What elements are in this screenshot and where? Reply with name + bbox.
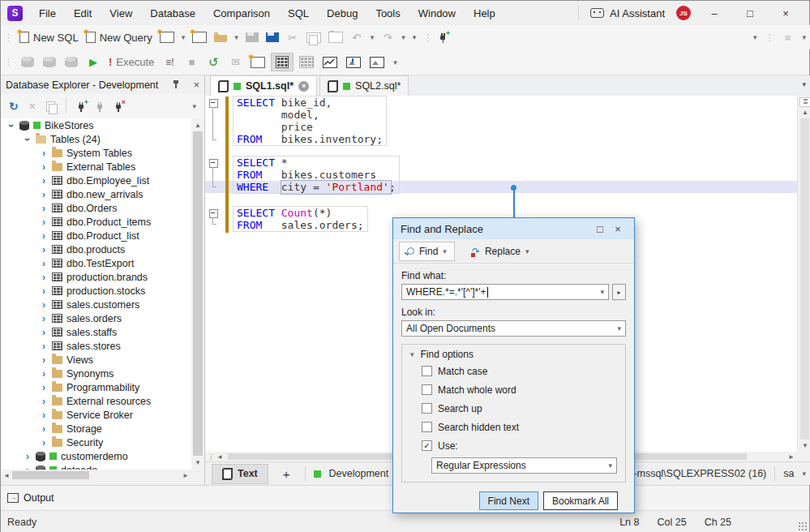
tree-vertical-scrollbar[interactable]: ▲ ▼ [191, 118, 204, 470]
tree-item-dbo-testexport[interactable]: ›dbo.TestExport [1, 256, 191, 270]
scroll-left-icon[interactable]: ◄ [216, 453, 223, 461]
menu-sql[interactable]: SQL [280, 3, 317, 24]
menu-edit[interactable]: Edit [66, 3, 100, 24]
chevron-right-icon[interactable]: › [40, 423, 48, 435]
chevron-right-icon[interactable]: › [40, 313, 48, 324]
checkbox-search-hidden-text[interactable] [422, 422, 432, 432]
find-next-button[interactable]: Find Next [479, 491, 538, 510]
script-database-icon[interactable] [43, 57, 56, 67]
chevron-right-icon[interactable]: › [40, 203, 48, 214]
look-in-select[interactable]: All Open Documents ▾ [401, 320, 626, 337]
format-sql-icon[interactable]: ≡ [781, 31, 794, 44]
user-name[interactable]: sa [783, 468, 794, 479]
new-document-dropdown[interactable]: ▾ [182, 33, 186, 41]
text-view-tab[interactable]: Text [212, 464, 268, 484]
duplicate-icon[interactable] [46, 101, 55, 112]
menu-view[interactable]: View [101, 3, 140, 24]
checkbox-match-case[interactable] [422, 366, 432, 376]
scroll-up-icon[interactable]: ▲ [802, 109, 808, 116]
tree-item-programmability[interactable]: ›Programmability [1, 380, 191, 394]
checkbox-search-up[interactable] [422, 403, 432, 414]
menu-file[interactable]: File [31, 3, 64, 24]
chevron-right-icon[interactable]: › [40, 244, 48, 255]
save-icon[interactable] [246, 32, 259, 42]
close-button[interactable]: × [774, 7, 798, 19]
chevron-right-icon[interactable]: › [40, 148, 48, 159]
tree-item-dbo-product-list[interactable]: ›dbo.Product_list [1, 229, 191, 242]
tree-item-external-resources[interactable]: ›External resources [1, 394, 191, 408]
toolbar-grip[interactable]: ⋮ [4, 32, 12, 43]
new-sql-button[interactable]: New SQL [19, 32, 79, 44]
explorer-toolbar-dropdown[interactable]: ▾ [192, 102, 204, 110]
option-search-hidden-text[interactable]: Search hidden text [402, 418, 625, 436]
open-file-dropdown[interactable]: ▾ [234, 33, 238, 41]
tree-item-production-stocks[interactable]: ›production.stocks [1, 284, 191, 298]
tree-item-production-brands[interactable]: ›production.brands [1, 270, 191, 284]
replace-tab-dropdown[interactable]: ▾ [525, 247, 529, 255]
chevron-right-icon[interactable]: › [40, 396, 48, 407]
chevron-right-icon[interactable]: › [40, 272, 48, 283]
menu-help[interactable]: Help [465, 3, 504, 24]
minimize-button[interactable]: – [702, 7, 726, 19]
refresh-image-icon[interactable] [370, 57, 384, 68]
chevron-right-icon[interactable]: › [40, 189, 48, 200]
refresh-icon[interactable]: ↻ [9, 100, 19, 113]
chevron-right-icon[interactable]: › [40, 217, 48, 228]
menu-tools[interactable]: Tools [367, 3, 408, 24]
chevron-right-icon[interactable]: › [40, 299, 48, 311]
tree-item-sales-stores[interactable]: ›sales.stores [1, 339, 191, 353]
new-document-icon[interactable] [160, 32, 174, 43]
chevron-right-icon[interactable]: › [24, 451, 32, 462]
tree-item-storage[interactable]: ›Storage [1, 422, 191, 435]
ai-assistant-button[interactable]: AI Assistant [590, 7, 665, 19]
extra-dropdown[interactable]: ▾ [413, 33, 417, 41]
chevron-right-icon[interactable]: › [40, 410, 48, 421]
chevron-right-icon[interactable]: › [40, 230, 48, 242]
undo-dropdown[interactable]: ▾ [371, 33, 375, 41]
debug-run-icon[interactable]: ▶ [87, 56, 100, 69]
explorer-close-icon[interactable]: × [194, 79, 199, 91]
tree-item-dbo-new-arrivals[interactable]: ›dbo.new_arrivals [1, 187, 191, 201]
stop-icon[interactable]: ■ [185, 56, 198, 69]
checkbox-match-whole-word[interactable] [422, 384, 432, 395]
chevron-right-icon[interactable]: › [40, 258, 48, 269]
splitter-handle[interactable]: ⋮ [208, 453, 214, 461]
tree-item-sales-staffs[interactable]: ›sales.staffs [1, 325, 191, 339]
new-file-icon[interactable] [192, 32, 207, 43]
tree-horizontal-scrollbar[interactable]: ◄ ► [1, 470, 191, 481]
dialog-close-button[interactable]: × [609, 223, 627, 235]
format-sql-dropdown[interactable]: ▾ [802, 33, 806, 41]
chevron-right-icon[interactable]: › [40, 285, 48, 297]
chevron-right-icon[interactable]: › [40, 161, 48, 173]
delete-icon[interactable]: × [29, 100, 36, 113]
checkbox-use[interactable]: ✓ [422, 440, 432, 451]
chevron-right-icon[interactable]: › [40, 327, 48, 338]
menu-window[interactable]: Window [410, 3, 464, 24]
split-editor-handle[interactable]: ══ [799, 97, 810, 107]
new-query-button[interactable]: New Query [86, 32, 152, 44]
find-tab-dropdown[interactable]: ▾ [443, 247, 447, 255]
menu-database[interactable]: Database [142, 3, 204, 24]
execute-script-icon[interactable]: ≡! [163, 56, 176, 69]
toolbar-grip[interactable]: ⋮ [4, 57, 12, 67]
tree-item-dataedo[interactable]: ›dataedo [1, 463, 191, 470]
chevron-down-icon[interactable]: › [22, 135, 33, 144]
chevron-right-icon[interactable]: › [40, 382, 48, 393]
tree-item-dbo-orders[interactable]: ›dbo.Orders [1, 201, 191, 215]
server-name[interactable]: ho-mssql\SQLEXPRESS02 (16) [622, 468, 766, 479]
scroll-down-icon[interactable]: ▼ [195, 459, 201, 466]
undo-icon[interactable]: ↶ [350, 31, 363, 44]
scroll-up-icon[interactable]: ▲ [195, 122, 201, 129]
tree-item-tables-24[interactable]: ›Tables (24) [1, 132, 191, 146]
chevron-down-icon[interactable]: › [6, 122, 17, 130]
tree-item-external-tables[interactable]: ›External Tables [1, 160, 191, 174]
chevron-right-icon[interactable]: › [40, 175, 48, 187]
tab-replace[interactable]: ↷ Replace ▾ [465, 242, 537, 260]
resize-grip[interactable] [798, 521, 807, 530]
scroll-thumb[interactable] [193, 131, 203, 456]
tree-item-sales-customers[interactable]: ›sales.customers [1, 298, 191, 311]
chevron-right-icon[interactable]: › [40, 354, 48, 366]
execute-button[interactable]: ! Execute [109, 56, 154, 68]
tree-item-system-tables[interactable]: ›System Tables [1, 146, 191, 160]
tree-item-sales-orders[interactable]: ›sales.orders [1, 311, 191, 325]
